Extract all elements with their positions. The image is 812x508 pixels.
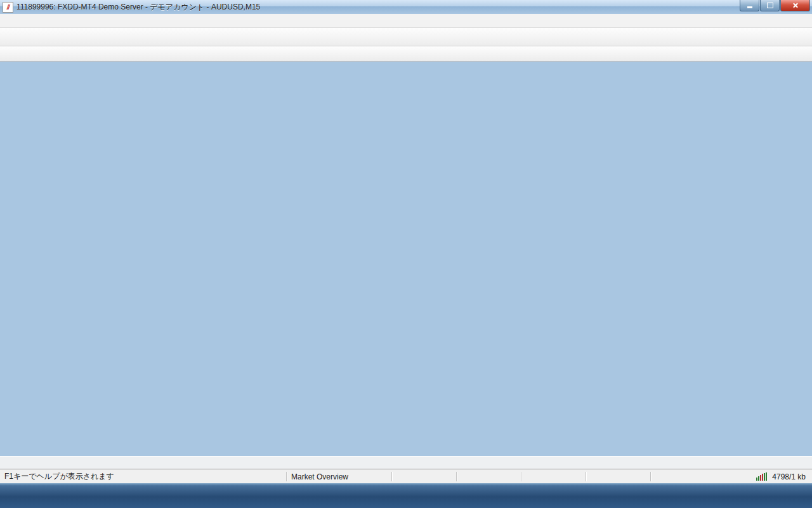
connection-signal-icon bbox=[756, 472, 767, 481]
chart-workspace bbox=[0, 62, 812, 456]
close-icon bbox=[792, 3, 798, 8]
status-help-text: F1キーでヘルプが表示されます bbox=[0, 472, 287, 481]
window-title: 111899996: FXDD-MT4 Demo Server - デモアカウン… bbox=[16, 2, 260, 13]
traffic-counter: 4798/1 kb bbox=[772, 472, 806, 481]
close-button[interactable] bbox=[780, 0, 810, 11]
toolbar-standard bbox=[0, 28, 812, 46]
mt4-app-icon: // bbox=[3, 2, 13, 13]
window-titlebar[interactable]: // 111899996: FXDD-MT4 Demo Server - デモア… bbox=[0, 0, 812, 15]
minimize-button[interactable] bbox=[740, 0, 759, 11]
status-segment bbox=[392, 472, 457, 481]
status-market-overview[interactable]: Market Overview bbox=[287, 472, 392, 481]
menu-bar bbox=[0, 14, 812, 28]
maximize-button[interactable] bbox=[760, 0, 780, 11]
toolbar-line-studies bbox=[0, 46, 812, 62]
status-bar: F1キーでヘルプが表示されます Market Overview 4798/1 k… bbox=[0, 469, 812, 483]
mt4-main-window: // 111899996: FXDD-MT4 Demo Server - デモア… bbox=[0, 0, 812, 508]
status-segment bbox=[521, 472, 586, 481]
chart-tab-bar bbox=[0, 456, 812, 469]
status-segment bbox=[457, 472, 521, 481]
status-segment bbox=[586, 472, 651, 481]
windows-taskbar bbox=[0, 483, 812, 508]
